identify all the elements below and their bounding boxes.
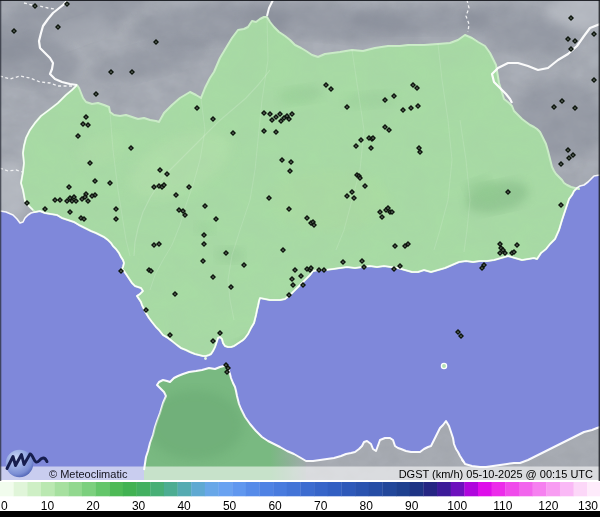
svg-text:90: 90 (405, 499, 419, 513)
svg-text:130: 130 (578, 499, 598, 513)
svg-text:120: 120 (538, 499, 558, 513)
svg-text:50: 50 (223, 499, 237, 513)
svg-text:DGST (km/h) 05-10-2025 @ 00:1: DGST (km/h) 05-10-2025 @ 00:15 UTC (399, 468, 593, 480)
svg-text:10: 10 (41, 499, 55, 513)
svg-text:40: 40 (177, 499, 191, 513)
svg-text:0: 0 (1, 499, 8, 513)
svg-text:100: 100 (447, 499, 467, 513)
svg-text:110: 110 (493, 499, 512, 513)
svg-text:70: 70 (314, 499, 328, 513)
svg-text:80: 80 (360, 499, 374, 513)
svg-text:20: 20 (86, 499, 100, 513)
svg-text:30: 30 (132, 499, 146, 513)
svg-text:60: 60 (268, 499, 282, 513)
svg-text:© Meteoclimatic: © Meteoclimatic (49, 468, 128, 480)
